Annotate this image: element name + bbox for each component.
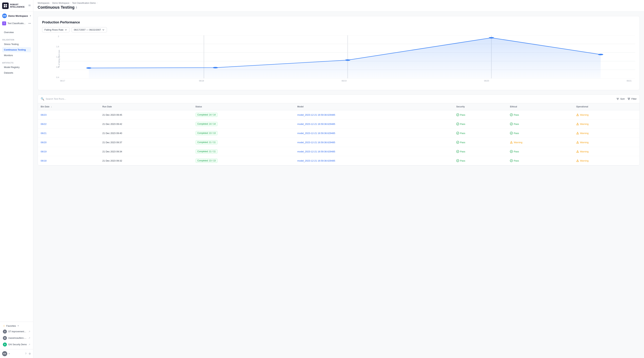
cell-operational-4: Warning — [573, 147, 640, 156]
cell-status-4: Completed: 11 / 11 — [192, 147, 294, 156]
nav-section-artifacts: ARTIFACTS Model Registry Datasets — [0, 59, 33, 76]
cell-bin-date-4[interactable]: 06/19 — [38, 147, 100, 156]
project-item[interactable]: T Text Classificatio... ••• — [0, 20, 33, 27]
production-performance-card: Production Performance Failing Rows Rate… — [38, 16, 640, 90]
svg-point-32 — [578, 134, 578, 134]
filter-button[interactable]: Filter — [628, 97, 636, 100]
cell-security-5: Pass — [454, 156, 507, 165]
sidebar-item-stress-testing[interactable]: Stress Testing — [2, 41, 31, 47]
col-status[interactable]: Status — [192, 103, 294, 110]
project-more-icon[interactable]: ••• — [28, 22, 31, 25]
settings-icon[interactable]: ⚙ — [28, 352, 31, 355]
sidebar-item-overview[interactable]: Overview — [2, 30, 31, 35]
nav-section-main: Overview — [0, 27, 33, 36]
cell-security-1: Pass — [454, 119, 507, 129]
table-row: 06/18 21 Dec 2023 09:32 Completed: 13 / … — [38, 156, 640, 165]
workspace-selector[interactable]: DW Demo Workspace ▾ — [0, 12, 33, 20]
cell-bin-date-3[interactable]: 06/20 — [38, 138, 100, 147]
cell-operational-5: Warning — [573, 156, 640, 165]
cell-bin-date-1[interactable]: 06/22 — [38, 119, 100, 129]
main-content: Workspaces / Demo Workspace / Text Class… — [33, 0, 644, 358]
cell-status-0: Completed: 14 / 14 — [192, 110, 294, 119]
help-icon[interactable]: ? — [25, 352, 26, 355]
cell-model-2[interactable]: model_2023-12-21 16:59:38.629485 — [294, 129, 454, 138]
cell-ethical-3: Warning — [507, 138, 573, 147]
sidebar: ROBUST INTELLIGENCE DW Demo Workspace ▾ … — [0, 0, 33, 358]
cell-model-5[interactable]: model_2023-12-21 16:59:38.629485 — [294, 156, 454, 165]
table-toolbar: 🔍 Sort Filter — [38, 95, 640, 103]
fav-item-0[interactable]: S ST improvements ... ↗ — [2, 328, 31, 335]
fav-arrow-icon-1: ↗ — [28, 337, 30, 339]
favorites-chevron-icon: ▾ — [18, 325, 19, 327]
sidebar-item-model-registry[interactable]: Model Registry — [2, 65, 31, 70]
cell-run-date-3: 21 Dec 2023 09:37 — [100, 138, 192, 147]
breadcrumb-demo-workspace[interactable]: Demo Workspace — [52, 2, 69, 4]
cell-ethical-1: Pass — [507, 119, 573, 129]
svg-point-17 — [213, 67, 218, 68]
table-row: 06/21 21 Dec 2023 09:40 Completed: 13 / … — [38, 129, 640, 138]
col-operational[interactable]: Operational — [573, 103, 640, 110]
metric-dropdown[interactable]: Failing Rows Rate — [42, 27, 70, 32]
info-icon[interactable]: ℹ — [76, 6, 77, 9]
cell-model-0[interactable]: model_2023-12-21 16:59:38.629485 — [294, 110, 454, 119]
cell-model-3[interactable]: model_2023-12-21 16:59:38.629485 — [294, 138, 454, 147]
sidebar-item-datasets[interactable]: Datasets — [2, 70, 31, 75]
sidebar-item-monitors[interactable]: Monitors — [2, 53, 31, 58]
col-security[interactable]: Security — [454, 103, 507, 110]
toolbar-actions: Sort Filter — [616, 97, 636, 100]
cell-run-date-1: 21 Dec 2023 09:42 — [100, 119, 192, 129]
svg-point-16 — [86, 67, 92, 69]
cell-status-2: Completed: 13 / 13 — [192, 129, 294, 138]
svg-rect-4 — [28, 5, 30, 5]
breadcrumb-text-classification[interactable]: Text Classification Demo — [72, 2, 96, 4]
search-input[interactable] — [46, 97, 614, 100]
fav-item-2[interactable]: G GAI Security Demo ↗ — [2, 341, 31, 348]
col-bin-date[interactable]: Bin Date ↓ — [38, 103, 100, 110]
cell-model-1[interactable]: model_2023-12-21 16:59:38.629485 — [294, 119, 454, 129]
cell-model-4[interactable]: model_2023-12-21 16:59:38.629485 — [294, 147, 454, 156]
col-run-date[interactable]: Run Date — [100, 103, 192, 110]
page-title: Continuous Testing — [38, 5, 74, 10]
logo-icon — [2, 2, 9, 9]
date-range-dropdown[interactable]: 06/17/2007 — 06/22/2007 — [72, 27, 107, 32]
project-avatar: T — [2, 21, 6, 25]
collapse-sidebar-button[interactable] — [28, 4, 31, 7]
cell-security-2: Pass — [454, 129, 507, 138]
logo-area: ROBUST INTELLIGENCE — [0, 0, 33, 12]
col-ethical[interactable]: Ethical — [507, 103, 573, 110]
cell-run-date-5: 21 Dec 2023 09:32 — [100, 156, 192, 165]
favorites-toggle[interactable]: ☆ Favorites ▾ — [2, 323, 31, 328]
svg-rect-6 — [28, 6, 30, 6]
content-area: Production Performance Failing Rows Rate… — [33, 12, 644, 358]
test-runs-table: Bin Date ↓ Run Date Status Model — [38, 103, 640, 165]
table-body: 06/23 21 Dec 2023 09:45 Completed: 14 / … — [38, 110, 640, 165]
sidebar-item-continuous-testing[interactable]: Continuous Testing — [2, 47, 31, 52]
cell-status-1: Completed: 14 / 14 — [192, 119, 294, 129]
topbar: Workspaces / Demo Workspace / Text Class… — [33, 0, 644, 12]
cell-run-date-2: 21 Dec 2023 09:40 — [100, 129, 192, 138]
fav-arrow-icon-2: ↗ — [28, 343, 30, 346]
col-model[interactable]: Model — [294, 103, 454, 110]
y-axis: 2 1.6 1.2 0.8 0.4 — [53, 35, 60, 82]
table-row: 06/22 21 Dec 2023 09:42 Completed: 14 / … — [38, 119, 640, 129]
nav-section-validation: VALIDATION Stress Testing Continuous Tes… — [0, 36, 33, 59]
svg-point-28 — [578, 124, 578, 125]
breadcrumb-workspaces[interactable]: Workspaces — [38, 2, 50, 4]
cell-bin-date-2[interactable]: 06/21 — [38, 129, 100, 138]
validation-section-label: VALIDATION — [2, 39, 31, 41]
cell-bin-date-5[interactable]: 06/18 — [38, 156, 100, 165]
cell-bin-date-0[interactable]: 06/23 — [38, 110, 100, 119]
fav-arrow-icon-0: ↗ — [28, 330, 30, 333]
fav-item-1[interactable]: M massimoaufiero-d... ↗ — [2, 335, 31, 341]
cell-security-4: Pass — [454, 147, 507, 156]
breadcrumb-sep-1: / — [50, 2, 51, 4]
cell-ethical-2: Pass — [507, 129, 573, 138]
breadcrumb: Workspaces / Demo Workspace / Text Class… — [38, 2, 640, 4]
user-chevron-icon[interactable]: ▾ — [9, 353, 10, 355]
svg-rect-0 — [4, 4, 5, 5]
sort-button[interactable]: Sort — [616, 97, 624, 100]
table-row: 06/19 21 Dec 2023 09:34 Completed: 11 / … — [38, 147, 640, 156]
table-row: 06/20 21 Dec 2023 09:37 Completed: 11 / … — [38, 138, 640, 147]
svg-rect-5 — [28, 5, 30, 5]
svg-point-19 — [489, 37, 494, 38]
